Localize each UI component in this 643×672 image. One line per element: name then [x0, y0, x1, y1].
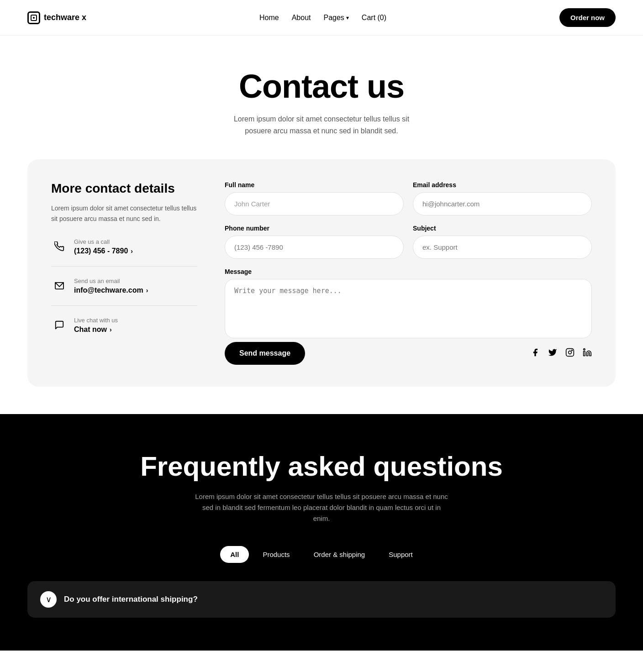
message-label: Message: [225, 268, 592, 275]
subject-input[interactable]: [413, 236, 592, 259]
email-icon: [51, 278, 68, 294]
svg-point-4: [569, 351, 572, 354]
full-name-label: Full name: [225, 181, 404, 189]
contact-details: More contact details Lorem ipsum dolor s…: [51, 181, 197, 365]
faq-section: Frequently asked questions Lorem ipsum d…: [0, 414, 643, 651]
navbar: techware x Home About Pages ▾ Cart (0) O…: [0, 0, 643, 36]
nav-pages[interactable]: Pages ▾: [323, 14, 348, 22]
email-value[interactable]: info@techware.com ›: [74, 286, 148, 294]
nav-links: Home About Pages ▾ Cart (0): [259, 14, 386, 22]
faq-tabs: All Products Order & shipping Support: [27, 546, 616, 563]
full-name-input[interactable]: [225, 192, 404, 215]
contact-chat: Live chat with us Chat now ›: [51, 317, 197, 345]
subject-group: Subject: [413, 225, 592, 259]
phone-icon: [51, 238, 68, 255]
email-group: Email address: [413, 181, 592, 215]
chat-arrow-icon: ›: [110, 326, 112, 333]
call-value[interactable]: (123) 456 - 7890 ›: [74, 247, 133, 255]
email-label: Send us an email: [74, 278, 148, 284]
phone-label: Phone number: [225, 225, 404, 232]
twitter-icon[interactable]: [548, 348, 557, 359]
chat-icon: [51, 317, 68, 333]
contact-email: Send us an email info@techware.com ›: [51, 278, 197, 306]
faq-toggle-button[interactable]: ∨: [40, 591, 57, 608]
faq-tab-products[interactable]: Products: [253, 546, 300, 563]
nav-about[interactable]: About: [292, 14, 311, 22]
faq-subtitle: Lorem ipsum dolor sit amet consectetur t…: [194, 491, 449, 524]
contact-card: More contact details Lorem ipsum dolor s…: [27, 159, 616, 387]
faq-item: ∨ Do you offer international shipping?: [27, 581, 616, 618]
svg-point-1: [33, 17, 35, 19]
contact-call: Give us a call (123) 456 - 7890 ›: [51, 238, 197, 267]
chevron-down-icon: ∨: [46, 594, 52, 604]
hero-section: Contact us Lorem ipsum dolor sit amet co…: [0, 36, 643, 159]
logo-text: techware x: [44, 13, 86, 22]
faq-title: Frequently asked questions: [27, 451, 616, 482]
contact-section: More contact details Lorem ipsum dolor s…: [0, 159, 643, 414]
chevron-down-icon: ▾: [346, 15, 349, 21]
faq-question: Do you offer international shipping?: [64, 595, 198, 604]
message-group: Message: [225, 268, 592, 338]
email-arrow-icon: ›: [146, 287, 148, 294]
email-input[interactable]: [413, 192, 592, 215]
facebook-icon[interactable]: [531, 348, 540, 359]
instagram-icon[interactable]: [565, 348, 574, 359]
call-label: Give us a call: [74, 238, 133, 245]
full-name-group: Full name: [225, 181, 404, 215]
social-links: [531, 348, 592, 359]
logo-icon: [27, 11, 40, 24]
email-address-label: Email address: [413, 181, 592, 189]
svg-point-5: [572, 350, 573, 351]
phone-input[interactable]: [225, 236, 404, 259]
svg-rect-6: [584, 351, 585, 356]
contact-form: Full name Email address Phone number Sub…: [225, 181, 592, 365]
contact-details-desc: Lorem ipsum dolor sit amet consectetur t…: [51, 203, 197, 224]
send-message-button[interactable]: Send message: [225, 342, 305, 365]
svg-point-7: [584, 348, 585, 350]
hero-subtitle: Lorem ipsum dolor sit amet consectetur t…: [226, 113, 417, 136]
contact-details-title: More contact details: [51, 181, 197, 196]
faq-tab-order-shipping[interactable]: Order & shipping: [304, 546, 375, 563]
phone-group: Phone number: [225, 225, 404, 259]
hero-title: Contact us: [27, 68, 616, 105]
call-arrow-icon: ›: [131, 247, 133, 255]
chat-value[interactable]: Chat now ›: [74, 326, 118, 334]
faq-tab-all[interactable]: All: [220, 546, 249, 563]
subject-label: Subject: [413, 225, 592, 232]
order-now-button[interactable]: Order now: [559, 8, 616, 27]
nav-home[interactable]: Home: [259, 14, 279, 22]
linkedin-icon[interactable]: [583, 348, 592, 359]
nav-cart[interactable]: Cart (0): [362, 14, 386, 22]
svg-rect-3: [566, 348, 574, 356]
chat-label: Live chat with us: [74, 317, 118, 324]
message-textarea[interactable]: [225, 279, 592, 338]
logo[interactable]: techware x: [27, 11, 86, 24]
faq-tab-support[interactable]: Support: [379, 546, 423, 563]
